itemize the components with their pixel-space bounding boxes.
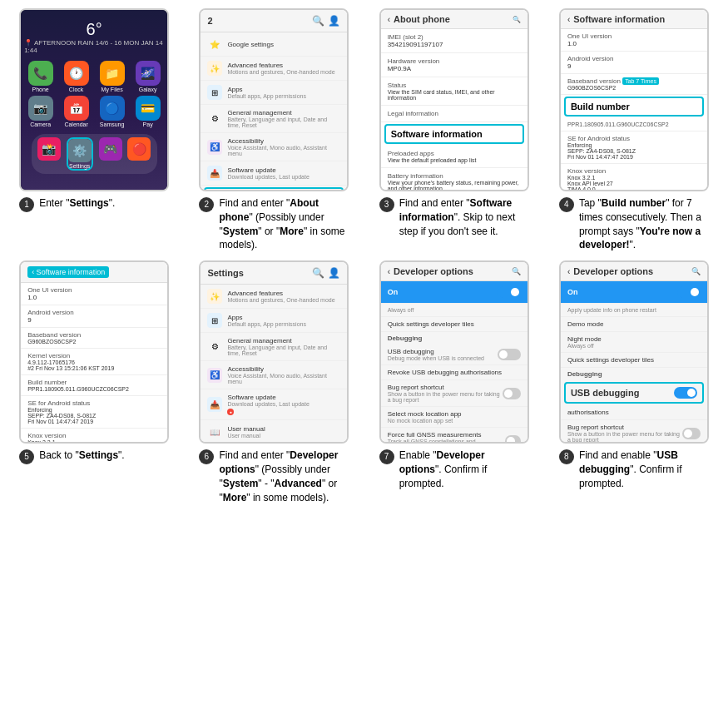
- dev-bug-report[interactable]: Bug report shortcut Show a button in the…: [381, 380, 527, 407]
- software-title: Software information: [573, 14, 665, 24]
- dev-mock-location[interactable]: Select mock location app No mock locatio…: [381, 407, 527, 428]
- step8-header: ‹ Developer options 🔍: [561, 262, 707, 281]
- step-4-cell: ‹ Software information One UI version 1.…: [548, 8, 720, 252]
- general-label: General management Battery, Language and…: [227, 109, 340, 128]
- step5-header: ‹ Software information: [21, 262, 167, 283]
- dev-quick-settings[interactable]: Quick settings developer tiles: [381, 317, 527, 332]
- step-4-number: 4: [559, 197, 574, 212]
- s6-apps[interactable]: ⊞ Apps Default apps, App permissions: [201, 309, 347, 333]
- dev-revoke-usb[interactable]: Revoke USB debugging authorisations: [381, 365, 527, 380]
- step-3-number: 3: [379, 197, 394, 212]
- s8-night[interactable]: Night mode Always off: [561, 332, 707, 353]
- step-6-label: 6 Find and enter "Developer options" (Po…: [199, 449, 349, 504]
- status-item[interactable]: Status View the SIM card status, IMEI, a…: [381, 77, 527, 106]
- s8-demo-label: Demo mode: [567, 320, 604, 328]
- back-arrow-icon[interactable]: ‹: [388, 15, 390, 24]
- s6-access-label: Accessibility Voice Assistant, Mono audi…: [227, 365, 340, 384]
- dev-gnss[interactable]: Force full GNSS measurements Track all G…: [381, 428, 527, 444]
- s8-quick[interactable]: Quick settings developer tiles: [561, 353, 707, 368]
- s6-adv-icon: ✨: [207, 289, 222, 304]
- app-calendar: 📅 Calendar: [60, 96, 92, 127]
- gnss-label: Force full GNSS measurements Track all G…: [388, 431, 505, 444]
- s8-toggle-row[interactable]: On: [561, 281, 707, 304]
- header-icons: 🔍 👤: [312, 15, 340, 27]
- step-3-cell: ‹ About phone 🔍 IMEI (slot 2) 3542190911…: [369, 8, 540, 252]
- settings-google[interactable]: ⭐ Google settings: [201, 32, 347, 57]
- dev-toggle[interactable]: [498, 286, 521, 298]
- about-header: ‹ About phone 🔍: [381, 10, 527, 29]
- step-4-text: Tap "Build number" for 7 times consecuti…: [579, 196, 709, 252]
- step7-back-icon[interactable]: ‹: [388, 267, 390, 276]
- s6-general-icon: ⚙: [207, 340, 222, 354]
- s8-debugging-section: Debugging: [561, 368, 707, 380]
- back-button-blue[interactable]: ‹ Software information: [27, 266, 109, 278]
- settings-app-highlighted[interactable]: ⚙️ Settings: [67, 137, 93, 171]
- step-7-label: 7 Enable "Developer options". Confirm if…: [379, 449, 529, 490]
- settings-software-update[interactable]: 📥 Software update Download updates, Last…: [201, 161, 347, 186]
- step-6-text: Find and enter "Developer options" (Poss…: [219, 449, 349, 504]
- s8-bug-report[interactable]: Bug report shortcut Show a button in the…: [561, 420, 707, 444]
- step7-search-icon[interactable]: 🔍: [512, 267, 521, 275]
- s8-demo[interactable]: Demo mode: [561, 317, 707, 332]
- s5-build: Build number PPR1.180905.011.G960UCZC06C…: [21, 375, 167, 396]
- google-icon: ⭐: [207, 37, 222, 52]
- s6-general[interactable]: ⚙ General management Battery, Language a…: [201, 333, 347, 361]
- legal-item[interactable]: Legal information: [381, 106, 527, 122]
- settings-accessibility[interactable]: ♿ Accessibility Voice Assistant, Mono au…: [201, 133, 347, 161]
- settings-apps[interactable]: ⊞ Apps Default apps, App permissions: [201, 81, 347, 105]
- s6-general-label: General management Battery, Language and…: [227, 337, 340, 356]
- step6-search-icon[interactable]: 🔍: [312, 267, 324, 279]
- search-icon[interactable]: 🔍: [312, 15, 324, 27]
- s8-bug-toggle[interactable]: [682, 428, 701, 439]
- step-1-number: 1: [19, 197, 34, 212]
- s8-on-label: On: [567, 288, 578, 296]
- gnss-toggle[interactable]: [505, 435, 521, 444]
- apps-icon: ⊞: [207, 85, 222, 100]
- back-arrow-2-icon[interactable]: ‹: [567, 15, 570, 24]
- bug-report-toggle[interactable]: [503, 388, 521, 399]
- s6-manual-icon: 📖: [207, 424, 222, 439]
- s6-apps-label: Apps Default apps, App permissions: [227, 314, 306, 327]
- s8-bug-label: Bug report shortcut Show a button in the…: [567, 424, 682, 443]
- about-phone-highlighted[interactable]: About phone: [204, 187, 344, 191]
- usb-debug-hl-toggle[interactable]: [674, 387, 697, 399]
- step-5-text: Back to "Settings".: [39, 449, 125, 463]
- battery-info-item[interactable]: Battery information View your phone's ba…: [381, 168, 527, 191]
- s5-kernel: Kernel version 4.9.112-17065176#2 Fri No…: [21, 349, 167, 375]
- google-label: Google settings: [227, 41, 274, 48]
- settings-header: 2 🔍 👤: [201, 10, 347, 32]
- se-android-row: SE for Android status EnforcingSEPP: ZA4…: [561, 131, 707, 164]
- mock-location-label: Select mock location app No mock locatio…: [388, 410, 462, 424]
- step8-search-icon[interactable]: 🔍: [691, 267, 701, 275]
- s6-advanced[interactable]: ✨ Advanced features Motions and gestures…: [201, 285, 347, 309]
- step8-back-icon[interactable]: ‹: [567, 267, 570, 276]
- profile-icon[interactable]: 👤: [328, 15, 340, 27]
- step-7-screen: ‹ Developer options 🔍 On Always off Quic…: [379, 260, 529, 444]
- settings-advanced[interactable]: ✨ Advanced features Motions and gestures…: [201, 57, 347, 81]
- s5-one-ui: One UI version 1.0: [21, 283, 167, 305]
- always-off-label: Always off: [388, 307, 414, 313]
- build-number-highlighted[interactable]: Build number: [564, 97, 704, 117]
- usb-debugging-highlighted[interactable]: USB debugging: [564, 382, 704, 404]
- s8-auth-label: authorisations: [567, 409, 609, 416]
- step-1-text: Enter "Settings".: [39, 196, 115, 211]
- s8-authorisations[interactable]: authorisations: [561, 405, 707, 420]
- step-8-screen: ‹ Developer options 🔍 On Apply update in…: [559, 260, 709, 444]
- s6-user-manual[interactable]: 📖 User manual User manual: [201, 420, 347, 444]
- s8-tablet-label: Apply update info on phone restart: [567, 307, 656, 313]
- step6-profile-icon[interactable]: 👤: [328, 267, 340, 279]
- usb-debug-toggle[interactable]: [498, 349, 521, 360]
- s6-accessibility[interactable]: ♿ Accessibility Voice Assistant, Mono au…: [201, 361, 347, 389]
- preloaded-apps-item[interactable]: Preloaded apps View the default preloade…: [381, 146, 527, 168]
- s6-update[interactable]: 📥 Software update Download updates, Last…: [201, 389, 347, 420]
- software-info-highlighted[interactable]: Software information: [384, 124, 524, 144]
- s8-toggle[interactable]: [677, 286, 701, 298]
- settings-general[interactable]: ⚙ General management Battery, Language a…: [201, 105, 347, 133]
- dev-usb-debug[interactable]: USB debugging Debug mode when USB is con…: [381, 345, 527, 365]
- advanced-label: Advanced features Motions and gestures, …: [227, 62, 334, 75]
- about-title: About phone: [394, 14, 450, 24]
- dev-toggle-row[interactable]: On: [381, 281, 527, 304]
- search-icon-2[interactable]: 🔍: [513, 16, 521, 23]
- one-ui-row: One UI version 1.0: [561, 29, 707, 52]
- step8-dev-options: ‹ Developer options 🔍 On Apply update in…: [561, 262, 707, 442]
